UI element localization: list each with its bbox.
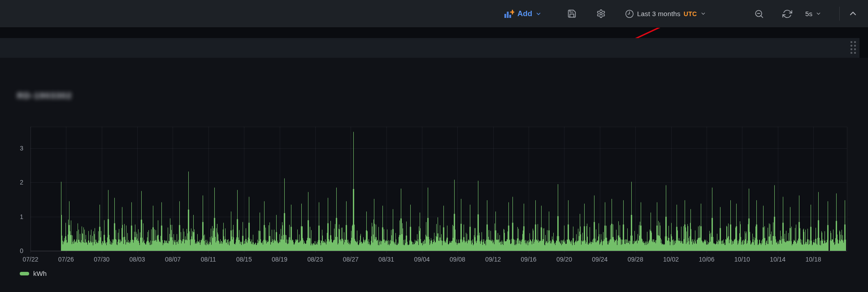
- refresh-interval-value: 5s: [805, 10, 812, 17]
- chart-plot-area[interactable]: [30, 127, 847, 251]
- collapse-toolbar-button[interactable]: [849, 0, 857, 27]
- add-button-label: Add: [517, 9, 532, 18]
- toolbar-divider: [839, 7, 840, 21]
- panel-header-band: [0, 38, 859, 58]
- time-range-label: Last 3 months: [637, 10, 681, 17]
- time-range-picker[interactable]: Last 3 months UTC: [625, 0, 706, 27]
- bar-chart-plus-icon: [504, 9, 514, 19]
- dashboard-toolbar: Add: [0, 0, 868, 28]
- panel-title[interactable]: RD-1903302: [17, 91, 72, 101]
- legend-series-label: kWh: [33, 270, 47, 277]
- zoom-out-time-button[interactable]: [754, 0, 764, 27]
- refresh-interval-dropdown[interactable]: 5s: [805, 0, 821, 27]
- dashboard-settings-button[interactable]: [596, 0, 606, 27]
- chevron-down-icon: [816, 11, 821, 17]
- gear-icon: [596, 9, 606, 18]
- save-dashboard-button[interactable]: [567, 0, 577, 27]
- chevron-up-icon: [849, 9, 857, 18]
- chevron-down-icon: [535, 11, 542, 17]
- clock-icon: [625, 9, 634, 18]
- legend-item-kwh[interactable]: kWh: [20, 270, 47, 277]
- timezone-label: UTC: [684, 10, 697, 17]
- magnifier-minus-icon: [754, 9, 764, 19]
- refresh-button[interactable]: [782, 0, 792, 27]
- grafana-window: Add: [0, 0, 868, 292]
- legend-series-swatch: [20, 272, 29, 275]
- drag-dots-icon[interactable]: [851, 41, 856, 54]
- floppy-disk-icon: [567, 9, 577, 18]
- refresh-arrows-icon: [782, 9, 792, 19]
- chevron-down-icon: [700, 11, 706, 17]
- add-button[interactable]: Add: [504, 0, 542, 27]
